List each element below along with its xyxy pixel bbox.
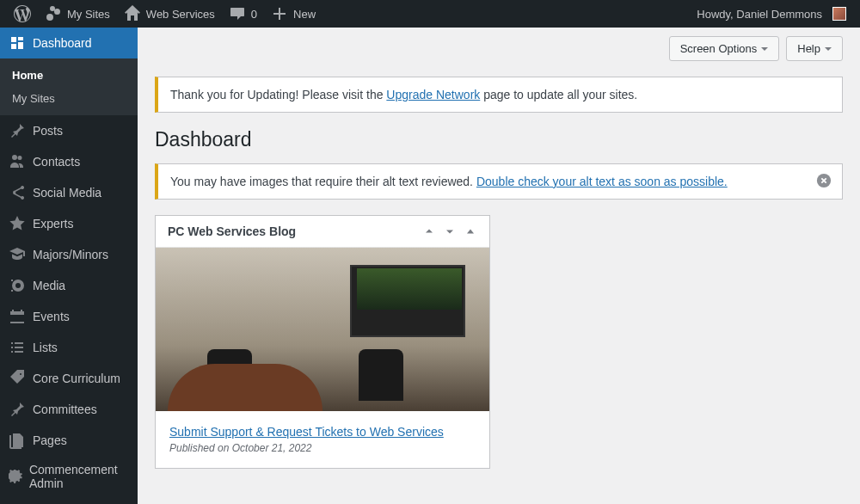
comments-link[interactable]: 0 (222, 0, 264, 28)
site-name-link[interactable]: Web Services (117, 0, 222, 28)
calendar-icon (9, 308, 26, 325)
dashboard-icon (9, 34, 26, 52)
my-sites-link[interactable]: My Sites (38, 0, 117, 28)
menu-dashboard[interactable]: Dashboard (0, 28, 138, 58)
menu-committees[interactable]: Committees (0, 394, 138, 425)
alt-text-link[interactable]: Double check your alt text as soon as po… (476, 175, 728, 188)
menu-social-media[interactable]: Social Media (0, 177, 138, 208)
alt-text-notice: You may have images that require their a… (155, 163, 843, 200)
submenu-home[interactable]: Home (0, 64, 138, 87)
pin-icon (9, 401, 26, 418)
menu-media[interactable]: Media (0, 270, 138, 301)
blog-post-link[interactable]: Submit Support & Request Tickets to Web … (169, 425, 444, 439)
wp-logo[interactable] (7, 0, 38, 28)
graduation-icon (9, 246, 26, 263)
home-icon (124, 5, 141, 22)
star-icon (9, 215, 26, 232)
menu-experts[interactable]: Experts (0, 208, 138, 239)
blog-post-meta: Published on October 21, 2022 (169, 442, 476, 454)
users-icon (9, 153, 26, 170)
avatar (832, 7, 846, 21)
admin-bar: My Sites Web Services 0 New Howdy, Danie… (0, 0, 860, 28)
new-link[interactable]: New (264, 0, 322, 28)
collapse-icon[interactable] (464, 224, 477, 238)
menu-deans-list-admin[interactable]: Deans List Admin (0, 497, 138, 504)
admin-sidebar: Dashboard Home My Sites Posts Contacts S… (0, 28, 138, 504)
page-title: Dashboard (155, 128, 843, 151)
wordpress-icon (14, 5, 31, 22)
blog-featured-image (156, 248, 489, 411)
submenu-my-sites[interactable]: My Sites (0, 87, 138, 110)
tag-icon (9, 370, 26, 387)
screen-options-button[interactable]: Screen Options (669, 36, 780, 61)
widget-title: PC Web Services Blog (168, 224, 296, 238)
menu-majors-minors[interactable]: Majors/Minors (0, 239, 138, 270)
pages-icon (9, 432, 26, 449)
update-notice: Thank you for Updating! Please visit the… (155, 77, 843, 113)
pin-icon (9, 122, 26, 139)
multisite-icon (45, 5, 62, 22)
howdy-account[interactable]: Howdy, Daniel Demmons (690, 0, 853, 28)
menu-events[interactable]: Events (0, 301, 138, 332)
media-icon (9, 277, 26, 294)
chevron-up-icon[interactable] (422, 224, 436, 238)
upgrade-network-link[interactable]: Upgrade Network (386, 88, 480, 101)
gear-icon (9, 468, 22, 485)
list-icon (9, 339, 26, 356)
blog-widget: PC Web Services Blog Submit Support & Re… (155, 215, 490, 469)
chevron-down-icon[interactable] (443, 224, 457, 238)
menu-contacts[interactable]: Contacts (0, 146, 138, 177)
content-area: Screen Options Help Thank you for Updati… (138, 28, 860, 504)
dismiss-button[interactable] (816, 173, 833, 190)
menu-core-curriculum[interactable]: Core Curriculum (0, 363, 138, 394)
comment-icon (229, 5, 246, 22)
share-icon (9, 184, 26, 201)
help-button[interactable]: Help (786, 36, 843, 61)
close-icon (816, 173, 832, 188)
menu-lists[interactable]: Lists (0, 332, 138, 363)
menu-posts[interactable]: Posts (0, 115, 138, 146)
plus-icon (271, 5, 288, 22)
menu-commencement-admin[interactable]: Commencement Admin (0, 456, 138, 497)
menu-pages[interactable]: Pages (0, 425, 138, 456)
